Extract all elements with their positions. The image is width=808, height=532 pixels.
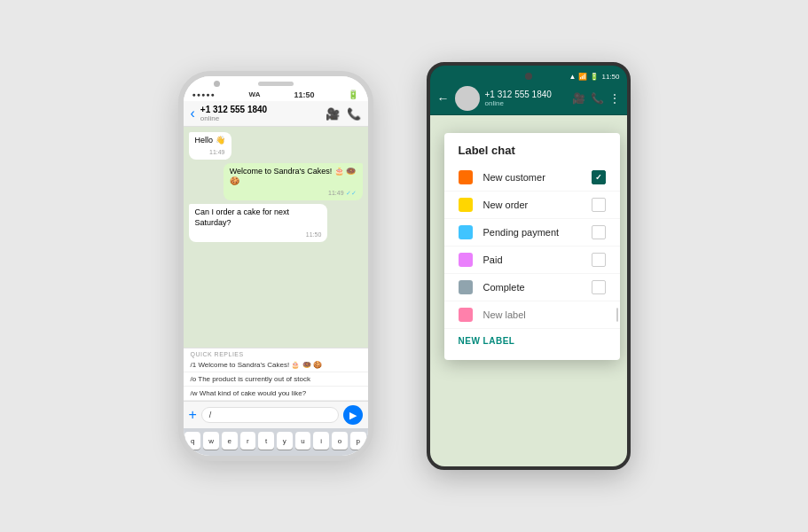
- iphone-camera: [214, 81, 220, 87]
- label-checkbox-new-customer[interactable]: [592, 170, 606, 184]
- battery-icon: 🔋: [590, 73, 599, 81]
- label-chat-dialog: Label chat New customer New order Pendin: [444, 133, 620, 360]
- label-name-pending-payment: Pending payment: [483, 227, 581, 238]
- iphone-keyboard[interactable]: q w e r t y u i o p: [184, 428, 368, 456]
- signal-icon: 📶: [578, 73, 587, 81]
- android-chat-area: Label chat New customer New order Pendin: [430, 115, 627, 466]
- android-contact-name: +1 312 555 1840: [485, 90, 567, 99]
- android-chat-header: ← +1 312 555 1840 online 🎥 📞 ⋮: [430, 82, 627, 115]
- android-header-icons: 🎥 📞 ⋮: [572, 92, 620, 105]
- key-w[interactable]: w: [203, 432, 219, 450]
- quick-reply-2[interactable]: /o The product is currently out of stock: [184, 372, 368, 387]
- label-item-complete[interactable]: Complete: [444, 274, 620, 301]
- android-contact-info: +1 312 555 1840 online: [485, 90, 567, 107]
- message-order: Can I order a cake for next Saturday? 11…: [189, 204, 328, 241]
- iphone-notch: [184, 76, 368, 88]
- key-y[interactable]: y: [277, 432, 293, 450]
- quick-reply-3[interactable]: /w What kind of cake would you like?: [184, 387, 368, 401]
- android-video-icon[interactable]: 🎥: [572, 92, 585, 105]
- message-text: Can I order a cake for next Saturday?: [195, 207, 290, 227]
- label-name-paid: Paid: [483, 254, 581, 265]
- iphone-back-button[interactable]: ‹: [191, 106, 195, 121]
- label-name-new-customer: New customer: [483, 172, 581, 183]
- quick-replies-label: QUICK REPLIES: [184, 348, 368, 358]
- key-i[interactable]: i: [313, 432, 329, 450]
- iphone-signal-dots: ●●●●●: [192, 91, 216, 98]
- iphone-speaker: [258, 82, 294, 86]
- android-back-button[interactable]: ←: [437, 91, 450, 106]
- label-color-new-label: [459, 308, 473, 322]
- wifi-icon: ▲: [569, 73, 577, 81]
- new-label-input[interactable]: [483, 309, 606, 320]
- label-dialog-title: Label chat: [444, 144, 620, 164]
- android-contact-status: online: [485, 99, 567, 107]
- label-item-new-customer[interactable]: New customer: [444, 164, 620, 192]
- message-time: 11:49 ✓✓: [230, 189, 357, 197]
- iphone-chat-area: Hello 👋 11:49 Welcome to Sandra's Cakes!…: [184, 127, 368, 348]
- message-input[interactable]: /: [201, 407, 339, 423]
- label-item-new-label[interactable]: [444, 301, 620, 329]
- quick-replies-panel: QUICK REPLIES /1 Welcome to Sandra's Cak…: [184, 348, 368, 401]
- message-text: Hello 👋: [195, 136, 225, 145]
- iphone-status-bar: ●●●●● WA 11:50 🔋: [184, 88, 368, 101]
- iphone-battery-icon: 🔋: [348, 90, 358, 99]
- message-text: Welcome to Sandra's Cakes! 🎂 🍩 🍪: [230, 167, 357, 186]
- iphone-contact-status: online: [200, 114, 320, 122]
- keyboard-row-1: q w e r t y u i o p: [185, 432, 366, 450]
- iphone-input-bar: + / ▶: [184, 401, 368, 428]
- label-color-new-order: [459, 198, 473, 212]
- label-checkbox-pending-payment[interactable]: [592, 225, 606, 239]
- label-name-complete: Complete: [483, 282, 581, 293]
- iphone-carrier: WA: [249, 90, 261, 98]
- android-time: 11:50: [601, 73, 619, 81]
- scene: ●●●●● WA 11:50 🔋 ‹ +1 312 555 1840 onlin…: [0, 0, 808, 532]
- label-item-paid[interactable]: Paid: [444, 246, 620, 274]
- android-camera: [525, 73, 532, 80]
- message-hello: Hello 👋 11:49: [189, 132, 231, 160]
- key-o[interactable]: o: [332, 432, 348, 450]
- label-item-new-order[interactable]: New order: [444, 192, 620, 219]
- key-t[interactable]: t: [258, 432, 274, 450]
- label-color-pending-payment: [459, 225, 473, 239]
- iphone-video-icon[interactable]: 🎥: [326, 107, 340, 121]
- send-button[interactable]: ▶: [343, 405, 363, 425]
- android-avatar: [455, 86, 480, 111]
- label-checkbox-paid[interactable]: [592, 253, 606, 267]
- key-e[interactable]: e: [222, 432, 238, 450]
- android-status-icons: ▲ 📶 🔋 11:50: [569, 73, 620, 81]
- iphone-contact-info: +1 312 555 1840 online: [200, 105, 320, 122]
- key-r[interactable]: r: [240, 432, 256, 450]
- iphone-device: ●●●●● WA 11:50 🔋 ‹ +1 312 555 1840 onlin…: [178, 71, 373, 461]
- android-device: ▲ 📶 🔋 11:50 ← +1 312 555 1840 online 🎥 📞…: [427, 62, 631, 470]
- label-color-new-customer: [459, 170, 473, 184]
- label-color-paid: [459, 253, 473, 267]
- android-call-icon[interactable]: 📞: [591, 92, 604, 105]
- key-q[interactable]: q: [184, 432, 200, 450]
- iphone-call-icon[interactable]: 📞: [347, 107, 361, 121]
- label-checkbox-new-order[interactable]: [592, 198, 606, 212]
- label-item-pending-payment[interactable]: Pending payment: [444, 219, 620, 246]
- read-ticks: ✓✓: [346, 190, 357, 196]
- message-welcome: Welcome to Sandra's Cakes! 🎂 🍩 🍪 11:49 ✓…: [224, 163, 363, 200]
- new-label-button[interactable]: NEW LABEL: [444, 329, 620, 353]
- add-attachment-button[interactable]: +: [189, 407, 197, 423]
- label-color-complete: [459, 280, 473, 294]
- key-u[interactable]: u: [295, 432, 311, 450]
- message-time: 11:49: [195, 148, 225, 156]
- message-time: 11:50: [195, 231, 322, 239]
- iphone-contact-name: +1 312 555 1840: [200, 105, 320, 114]
- label-checkbox-new-label[interactable]: [616, 308, 618, 322]
- iphone-header-icons: 🎥 📞: [326, 107, 361, 121]
- android-more-icon[interactable]: ⋮: [609, 92, 620, 105]
- iphone-chat-header: ‹ +1 312 555 1840 online 🎥 📞: [184, 101, 368, 127]
- label-checkbox-complete[interactable]: [592, 280, 606, 294]
- label-name-new-order: New order: [483, 200, 581, 210]
- quick-reply-1[interactable]: /1 Welcome to Sandra's Cakes! 🎂 🍩 🍪: [184, 358, 368, 372]
- key-p[interactable]: p: [350, 432, 366, 450]
- iphone-time: 11:50: [294, 90, 314, 99]
